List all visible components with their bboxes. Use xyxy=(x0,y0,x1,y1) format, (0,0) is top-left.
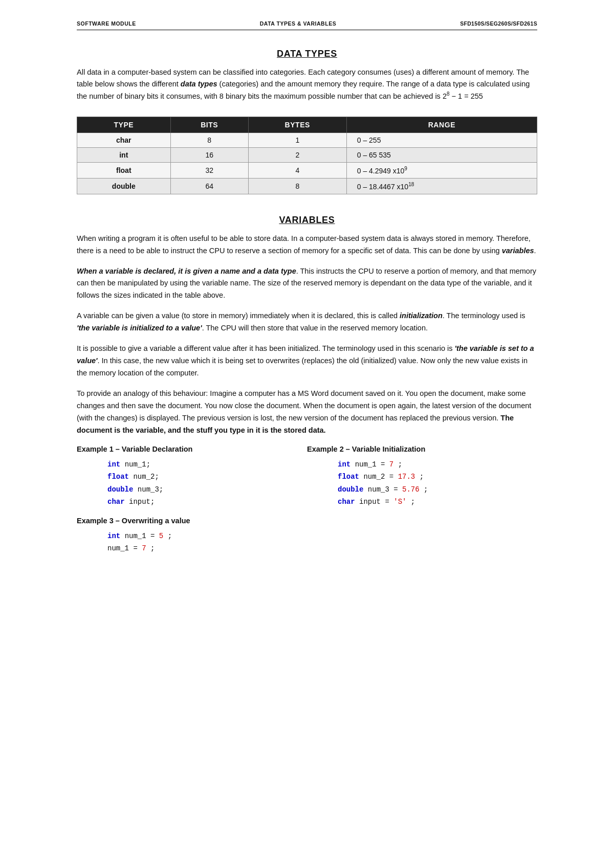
code-text: ; xyxy=(411,498,415,506)
table-header-range: RANGE xyxy=(346,117,537,133)
code-text: ; xyxy=(398,460,402,469)
code-value: 'S' xyxy=(393,498,406,506)
code-line: int num_1 = 5 ; xyxy=(107,530,537,543)
keyword-double: double xyxy=(338,485,363,494)
code-text: num_1 = xyxy=(355,460,389,469)
example3-block: Example 3 – Overwriting a value int num_… xyxy=(77,517,537,555)
code-text: ; xyxy=(420,473,424,481)
example1-block: Example 1 – Variable Declaration int num… xyxy=(77,445,307,508)
data-types-intro: All data in a computer-based system can … xyxy=(77,66,537,102)
table-row: float 32 4 0 – 4.2949 x109 xyxy=(77,163,537,179)
code-line: int num_1 = 7 ; xyxy=(338,458,537,471)
example2-code: int num_1 = 7 ; float num_2 = 17.3 ; dou… xyxy=(307,458,537,508)
example1-code: int num_1; float num_2; double num_3; ch… xyxy=(77,458,307,508)
keyword-double: double xyxy=(107,485,133,494)
code-value: 5 xyxy=(159,532,163,540)
table-row: double 64 8 0 – 18.4467 x1018 xyxy=(77,179,537,194)
code-value: 17.3 xyxy=(398,473,415,481)
code-text: num_2 = xyxy=(363,473,398,481)
page: SOFTWARE MODULE DATA TYPES & VARIABLES S… xyxy=(77,0,537,591)
type-float: float xyxy=(77,163,171,179)
type-int: int xyxy=(77,148,171,163)
code-text: num_3; xyxy=(138,485,163,494)
example2-title: Example 2 – Variable Initialization xyxy=(307,445,537,453)
bits-char: 8 xyxy=(170,133,248,148)
code-line: float num_2 = 17.3 ; xyxy=(338,471,537,483)
code-text: ; xyxy=(150,544,155,552)
bits-double: 64 xyxy=(170,179,248,194)
example1-title: Example 1 – Variable Declaration xyxy=(77,445,307,453)
code-line: double num_3; xyxy=(107,483,307,496)
code-line: int num_1; xyxy=(107,458,307,471)
variables-para4: It is possible to give a variable a diff… xyxy=(77,343,537,380)
variables-para2: When a variable is declared, it is given… xyxy=(77,265,537,302)
range-int: 0 – 65 535 xyxy=(346,148,537,163)
type-double: double xyxy=(77,179,171,194)
code-line: double num_3 = 5.76 ; xyxy=(338,483,537,496)
keyword-int: int xyxy=(338,460,350,469)
header-center: DATA TYPES & VARIABLES xyxy=(260,20,336,27)
example3-title: Example 3 – Overwriting a value xyxy=(77,517,537,525)
example2-block: Example 2 – Variable Initialization int … xyxy=(307,445,537,508)
range-double: 0 – 18.4467 x1018 xyxy=(346,179,537,194)
keyword-int: int xyxy=(107,460,120,469)
code-value: 5.76 xyxy=(402,485,420,494)
header-left: SOFTWARE MODULE xyxy=(77,20,136,27)
code-line: num_1 = 7 ; xyxy=(107,542,537,555)
bytes-int: 2 xyxy=(248,148,346,163)
table-row: char 8 1 0 – 255 xyxy=(77,133,537,148)
table-row: int 16 2 0 – 65 535 xyxy=(77,148,537,163)
code-line: char input; xyxy=(107,496,307,508)
code-value: 7 xyxy=(142,544,146,552)
code-value: 7 xyxy=(389,460,393,469)
keyword-char: char xyxy=(338,498,355,506)
header-right: SFD150S/SEG260S/SFD261S xyxy=(460,20,537,27)
code-text: num_1 = xyxy=(107,544,142,552)
type-char: char xyxy=(77,133,171,148)
keyword-char: char xyxy=(107,498,125,506)
code-text: input; xyxy=(129,498,155,506)
code-text: ; xyxy=(424,485,428,494)
variables-para1: When writing a program it is often usefu… xyxy=(77,233,537,257)
range-float: 0 – 4.2949 x109 xyxy=(346,163,537,179)
table-header-bits: BITS xyxy=(170,117,248,133)
keyword-float: float xyxy=(338,473,359,481)
table-header-type: TYPE xyxy=(77,117,171,133)
code-line: char input = 'S' ; xyxy=(338,496,537,508)
bytes-char: 1 xyxy=(248,133,346,148)
examples-row: Example 1 – Variable Declaration int num… xyxy=(77,445,537,508)
bits-float: 32 xyxy=(170,163,248,179)
bytes-double: 8 xyxy=(248,179,346,194)
bytes-float: 4 xyxy=(248,163,346,179)
data-types-section: DATA TYPES All data in a computer-based … xyxy=(77,49,537,194)
code-text: num_1 = xyxy=(125,532,159,540)
data-types-table: TYPE BITS BYTES RANGE char 8 1 0 – 255 i… xyxy=(77,117,537,194)
code-line: float num_2; xyxy=(107,471,307,483)
table-header-bytes: BYTES xyxy=(248,117,346,133)
code-text: num_3 = xyxy=(368,485,402,494)
code-text: num_1; xyxy=(125,460,150,469)
bits-int: 16 xyxy=(170,148,248,163)
code-text: input = xyxy=(359,498,393,506)
variables-section: VARIABLES When writing a program it is o… xyxy=(77,215,537,555)
keyword-float: float xyxy=(107,473,129,481)
range-char: 0 – 255 xyxy=(346,133,537,148)
data-types-title: DATA TYPES xyxy=(77,49,537,59)
example3-code: int num_1 = 5 ; num_1 = 7 ; xyxy=(77,530,537,555)
variables-title: VARIABLES xyxy=(77,215,537,226)
code-text: num_2; xyxy=(133,473,159,481)
variables-para3: A variable can be given a value (to stor… xyxy=(77,310,537,335)
code-text: ; xyxy=(168,532,172,540)
variables-para5: To provide an analogy of this behaviour:… xyxy=(77,388,537,437)
keyword-int: int xyxy=(107,532,120,540)
page-header: SOFTWARE MODULE DATA TYPES & VARIABLES S… xyxy=(77,20,537,30)
